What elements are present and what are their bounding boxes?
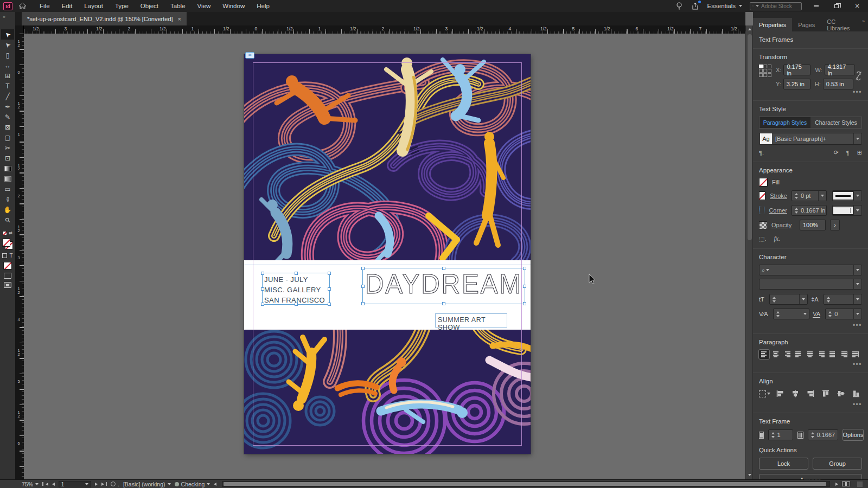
selection-tool[interactable]: ➤ bbox=[1, 29, 14, 40]
frame-tool[interactable]: ⊠ bbox=[1, 122, 14, 132]
align-align-left-button[interactable] bbox=[774, 389, 786, 399]
paragraph-styles-tab[interactable]: Paragraph Styles bbox=[760, 117, 810, 128]
transform-more-icon[interactable]: ••• bbox=[759, 89, 862, 95]
selection-handle[interactable] bbox=[523, 267, 526, 270]
stroke-label[interactable]: Stroke bbox=[770, 192, 787, 199]
effects-fx-icon[interactable]: fx. bbox=[774, 235, 780, 243]
corner-size-stepper[interactable]: 0.1667 in bbox=[792, 205, 827, 216]
spread-view-icon[interactable] bbox=[842, 481, 850, 486]
arrange-button[interactable]: Arrange bbox=[759, 474, 862, 479]
paragraph-more-icon[interactable]: ••• bbox=[759, 362, 862, 367]
paragraph-align-away-spine-button[interactable] bbox=[850, 350, 860, 359]
selection-handle[interactable] bbox=[442, 267, 445, 270]
line-tool[interactable]: ╱ bbox=[1, 91, 14, 101]
tracking-stepper[interactable]: 0 bbox=[825, 309, 862, 319]
preflight-icon[interactable]: . bbox=[111, 481, 119, 487]
character-styles-tab[interactable]: Character Styles bbox=[810, 117, 861, 128]
font-family-select[interactable]: ⌕ bbox=[759, 265, 862, 275]
transform-x-field[interactable]: 0.175 in bbox=[783, 65, 810, 75]
fill-swatch-none[interactable] bbox=[2, 239, 10, 247]
align-to-select[interactable] bbox=[759, 390, 770, 397]
next-page-button[interactable] bbox=[95, 483, 98, 486]
tab-pages[interactable]: Pages bbox=[792, 18, 821, 31]
align-align-vertical-center-button[interactable] bbox=[835, 389, 847, 399]
selection-handle[interactable] bbox=[295, 303, 298, 306]
minimize-button[interactable] bbox=[809, 2, 822, 10]
preflight-status[interactable]: Checking bbox=[175, 481, 210, 487]
first-page-button[interactable] bbox=[42, 482, 48, 486]
horizontal-scrollbar[interactable] bbox=[222, 481, 830, 487]
selection-handle[interactable] bbox=[261, 303, 264, 306]
menu-layout[interactable]: Layout bbox=[84, 3, 103, 9]
paragraph-style-select[interactable]: Ag [Basic Paragraph]+ bbox=[759, 133, 862, 145]
zoom-level-select[interactable]: 75% bbox=[22, 481, 39, 487]
swap-fill-stroke-icon[interactable]: ⇄ bbox=[9, 230, 12, 235]
share-icon[interactable] bbox=[691, 2, 700, 10]
redefine-style-icon[interactable]: ⟳ bbox=[834, 149, 839, 156]
align-align-right-button[interactable] bbox=[805, 389, 816, 399]
menu-edit[interactable]: Edit bbox=[62, 3, 73, 9]
create-style-icon[interactable]: ⊞ bbox=[857, 149, 862, 156]
paragraph-justify-all-button[interactable] bbox=[827, 350, 838, 359]
align-align-bottom-button[interactable] bbox=[851, 389, 862, 399]
page-tool[interactable]: ▯ bbox=[1, 50, 14, 60]
selection-handle[interactable] bbox=[523, 285, 526, 288]
corner-shape-select[interactable] bbox=[832, 205, 862, 216]
restore-button[interactable] bbox=[830, 2, 843, 10]
type-tool[interactable]: T bbox=[1, 81, 14, 91]
pasteboard[interactable]: 120121122123124125126 bbox=[15, 34, 745, 479]
title-text-frame[interactable]: DAYDREAM bbox=[362, 268, 525, 304]
transform-y-field[interactable]: 3.25 in bbox=[783, 79, 810, 89]
postcard-page[interactable]: JUNE - JULY MISC. GALLERY SAN FRANCISCO … bbox=[244, 54, 531, 454]
transform-h-field[interactable]: 0.53 in bbox=[823, 79, 853, 89]
apply-none-button[interactable] bbox=[3, 262, 12, 269]
stock-search-input[interactable] bbox=[761, 3, 799, 9]
subtitle-text-frame[interactable]: SUMMER ART SHOW bbox=[435, 313, 507, 328]
adobe-stock-search[interactable] bbox=[750, 2, 802, 10]
hand-tool[interactable]: ✋ bbox=[1, 204, 14, 215]
selection-handle[interactable] bbox=[261, 287, 264, 291]
tab-properties[interactable]: Properties bbox=[753, 18, 792, 31]
free-transform-tool[interactable]: ⊡ bbox=[1, 153, 14, 163]
last-page-button[interactable] bbox=[101, 482, 107, 486]
vertical-scrollbar[interactable] bbox=[745, 25, 753, 479]
text-frame-options-button[interactable]: Options bbox=[843, 429, 864, 441]
clear-override-icon[interactable]: ¶ bbox=[846, 150, 850, 156]
font-size-stepper[interactable] bbox=[769, 294, 808, 305]
selection-handle[interactable] bbox=[442, 302, 445, 305]
eyedropper-tool[interactable]: ✑ bbox=[1, 194, 14, 204]
window-resize-grip[interactable] bbox=[857, 481, 863, 487]
menu-file[interactable]: File bbox=[40, 3, 50, 9]
fill-stroke-swatches[interactable] bbox=[2, 239, 13, 249]
selection-handle[interactable] bbox=[295, 272, 298, 275]
paragraph-align-left-button[interactable] bbox=[759, 350, 769, 359]
ruler-corner[interactable] bbox=[15, 25, 24, 34]
workspace-switcher[interactable]: Essentials bbox=[707, 3, 742, 9]
scroll-right-arrow[interactable] bbox=[835, 483, 838, 486]
panel-overflow-icon[interactable]: » bbox=[862, 18, 868, 31]
zoom-tool[interactable]: ⚲ bbox=[1, 215, 14, 225]
gutter-stepper[interactable]: 0.1667 bbox=[808, 429, 838, 440]
note-tool[interactable]: ▭ bbox=[1, 184, 14, 194]
lock-button[interactable]: Lock bbox=[759, 458, 808, 470]
learn-lightbulb-icon[interactable] bbox=[675, 2, 684, 10]
selection-handle[interactable] bbox=[328, 272, 331, 275]
close-tab-icon[interactable]: × bbox=[178, 16, 181, 22]
reference-point-grid[interactable] bbox=[759, 65, 771, 77]
selection-handle[interactable] bbox=[328, 303, 331, 306]
preflight-profile-select[interactable]: [Basic] (working) bbox=[123, 481, 171, 487]
pen-tool[interactable]: ✒ bbox=[1, 101, 14, 112]
paragraph-justify-last-right-button[interactable] bbox=[816, 350, 826, 359]
menu-type[interactable]: Type bbox=[115, 3, 129, 9]
direct-selection-tool[interactable]: ➤ bbox=[1, 40, 14, 50]
selection-handle[interactable] bbox=[361, 267, 365, 270]
content-collector-tool[interactable]: ⊞ bbox=[1, 70, 14, 81]
rectangle-tool[interactable]: ▢ bbox=[1, 132, 14, 143]
tools-overflow-icon[interactable]: » bbox=[0, 12, 15, 20]
kerning-stepper[interactable] bbox=[773, 309, 810, 319]
close-button[interactable]: ✕ bbox=[851, 2, 864, 10]
selection-handle[interactable] bbox=[523, 302, 526, 305]
scroll-left-arrow[interactable] bbox=[214, 483, 216, 486]
menu-help[interactable]: Help bbox=[257, 3, 270, 9]
preview-mode-icon[interactable] bbox=[4, 282, 11, 288]
